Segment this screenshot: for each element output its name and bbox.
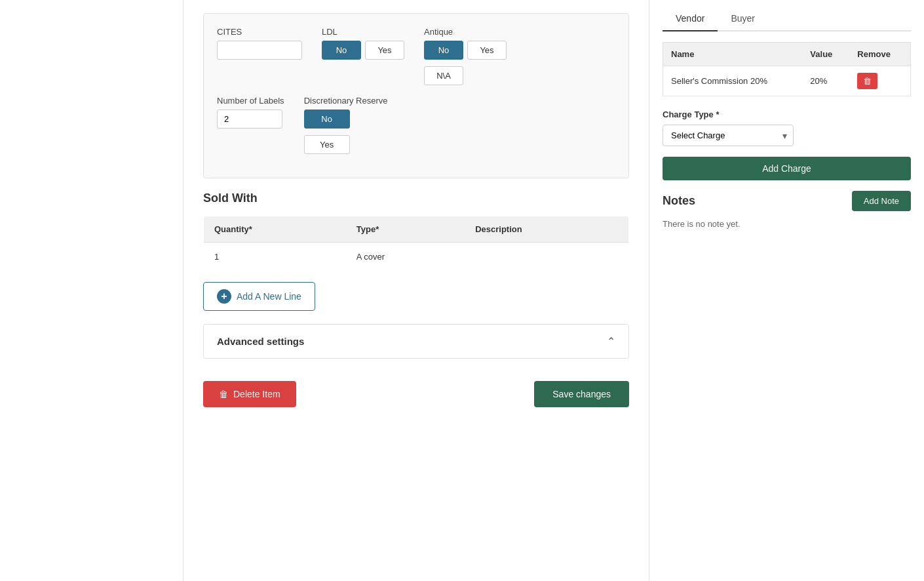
fields-section: CITES LDL No Yes Antique No Yes: [203, 13, 629, 178]
add-note-button[interactable]: Add Note: [852, 191, 911, 211]
num-labels-label: Number of Labels: [217, 96, 284, 106]
ldl-yes-button[interactable]: Yes: [365, 41, 404, 60]
row-type: A cover: [346, 243, 465, 271]
cites-input[interactable]: [217, 41, 302, 60]
charge-remove-cell: 🗑: [849, 66, 910, 96]
charges-col-remove: Remove: [849, 43, 910, 66]
trash-icon: 🗑: [219, 389, 228, 399]
discretionary-reserve-label: Discretionary Reserve: [304, 96, 388, 106]
save-changes-button[interactable]: Save changes: [534, 381, 629, 407]
antique-toggle-row: No Yes: [424, 41, 507, 60]
dr-yes-button[interactable]: Yes: [304, 135, 350, 154]
charges-table: Name Value Remove Seller's Commission 20…: [663, 42, 911, 96]
notes-title: Notes: [663, 194, 695, 208]
charges-col-value: Value: [802, 43, 849, 66]
table-row: 1 A cover: [204, 243, 629, 271]
charges-table-row: Seller's Commission 20% 20% 🗑: [663, 66, 911, 96]
col-type: Type*: [346, 216, 465, 243]
ldl-label: LDL: [322, 27, 404, 37]
add-line-label: Add A New Line: [237, 291, 301, 302]
charge-type-select-wrapper: Select Charge Flat Fee Percentage ▾: [663, 125, 794, 146]
field-row-1: CITES LDL No Yes Antique No Yes: [217, 27, 615, 85]
antique-label: Antique: [424, 27, 507, 37]
discretionary-reserve-group: Discretionary Reserve No Yes: [304, 96, 388, 154]
tab-buyer[interactable]: Buyer: [718, 7, 768, 31]
tabs-row: Vendor Buyer: [663, 7, 911, 31]
num-labels-group: Number of Labels: [217, 96, 284, 129]
charge-type-select[interactable]: Select Charge Flat Fee Percentage: [663, 125, 794, 146]
notes-header: Notes Add Note: [663, 191, 911, 211]
dr-toggle-group: No Yes: [304, 110, 388, 154]
field-row-2: Number of Labels Discretionary Reserve N…: [217, 96, 615, 154]
advanced-settings-header[interactable]: Advanced settings ⌃: [204, 325, 628, 358]
ldl-toggle-row: No Yes: [322, 41, 404, 60]
charge-type-label: Charge Type *: [663, 110, 911, 119]
ldl-group: LDL No Yes: [322, 27, 404, 60]
dr-no-button[interactable]: No: [304, 110, 350, 129]
cites-label: CITES: [217, 27, 302, 37]
antique-na-button[interactable]: N\A: [424, 66, 463, 85]
charge-name: Seller's Commission 20%: [663, 66, 803, 96]
col-description: Description: [465, 216, 628, 243]
tab-vendor[interactable]: Vendor: [663, 7, 718, 31]
charges-col-name: Name: [663, 43, 803, 66]
delete-charge-button[interactable]: 🗑: [857, 73, 877, 89]
advanced-settings-title: Advanced settings: [217, 336, 304, 347]
no-note-text: There is no note yet.: [663, 219, 911, 229]
antique-na-row: N\A: [424, 66, 507, 85]
cites-group: CITES: [217, 27, 302, 60]
chevron-up-icon: ⌃: [607, 335, 615, 348]
row-description: [465, 243, 628, 271]
ldl-no-button[interactable]: No: [322, 41, 361, 60]
num-labels-input[interactable]: [217, 110, 282, 129]
delete-item-button[interactable]: 🗑 Delete Item: [203, 381, 296, 407]
sold-with-table: Quantity* Type* Description 1 A cover: [203, 216, 629, 271]
advanced-settings-section: Advanced settings ⌃: [203, 324, 629, 359]
delete-label: Delete Item: [233, 389, 280, 399]
plus-icon: +: [217, 289, 231, 304]
add-charge-button[interactable]: Add Charge: [663, 157, 911, 180]
col-quantity: Quantity*: [204, 216, 346, 243]
add-line-button[interactable]: + Add A New Line: [203, 282, 315, 311]
antique-no-button[interactable]: No: [424, 41, 463, 60]
charge-value: 20%: [802, 66, 849, 96]
row-quantity: 1: [204, 243, 346, 271]
sold-with-header-row: Quantity* Type* Description: [204, 216, 629, 243]
sold-with-title: Sold With: [203, 191, 629, 205]
antique-yes-button[interactable]: Yes: [467, 41, 507, 60]
action-row: 🗑 Delete Item Save changes: [203, 374, 629, 414]
right-panel: Vendor Buyer Name Value Remove Seller's …: [649, 0, 924, 581]
antique-group: Antique No Yes N\A: [424, 27, 507, 85]
charges-header-row: Name Value Remove: [663, 43, 911, 66]
